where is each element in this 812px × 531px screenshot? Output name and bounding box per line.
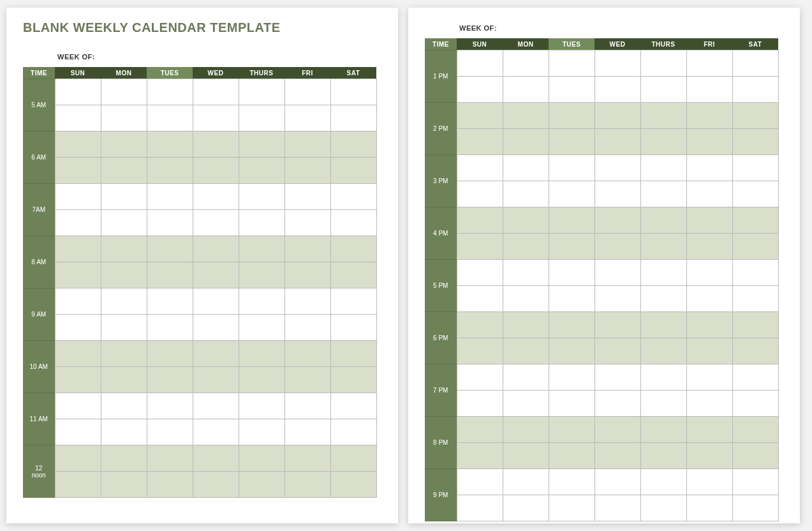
calendar-cell[interactable]	[640, 155, 686, 181]
calendar-cell[interactable]	[239, 288, 284, 315]
calendar-cell[interactable]	[732, 443, 778, 469]
calendar-cell[interactable]	[503, 77, 549, 103]
calendar-cell[interactable]	[193, 184, 239, 210]
calendar-cell[interactable]	[193, 262, 239, 288]
calendar-cell[interactable]	[239, 79, 284, 105]
calendar-cell[interactable]	[55, 315, 101, 341]
calendar-cell[interactable]	[457, 312, 503, 338]
calendar-cell[interactable]	[284, 210, 330, 236]
calendar-cell[interactable]	[330, 393, 376, 419]
calendar-cell[interactable]	[549, 77, 594, 103]
calendar-cell[interactable]	[330, 210, 376, 236]
calendar-cell[interactable]	[686, 181, 732, 207]
calendar-cell[interactable]	[457, 234, 503, 260]
calendar-cell[interactable]	[732, 155, 778, 181]
calendar-cell[interactable]	[330, 184, 376, 210]
calendar-cell[interactable]	[330, 236, 376, 262]
calendar-cell[interactable]	[594, 286, 640, 312]
calendar-cell[interactable]	[193, 367, 239, 393]
calendar-cell[interactable]	[594, 338, 640, 364]
calendar-cell[interactable]	[549, 234, 594, 260]
calendar-cell[interactable]	[284, 262, 330, 288]
calendar-cell[interactable]	[686, 391, 732, 417]
calendar-cell[interactable]	[549, 129, 594, 155]
calendar-cell[interactable]	[549, 286, 594, 312]
calendar-cell[interactable]	[732, 495, 778, 521]
calendar-cell[interactable]	[147, 79, 193, 105]
calendar-cell[interactable]	[284, 158, 330, 184]
calendar-cell[interactable]	[640, 364, 686, 391]
calendar-cell[interactable]	[193, 393, 239, 419]
calendar-cell[interactable]	[732, 469, 778, 495]
calendar-cell[interactable]	[503, 286, 549, 312]
calendar-cell[interactable]	[330, 131, 376, 158]
calendar-cell[interactable]	[193, 419, 239, 445]
calendar-cell[interactable]	[101, 445, 147, 472]
calendar-cell[interactable]	[101, 105, 147, 131]
calendar-cell[interactable]	[686, 155, 732, 181]
calendar-cell[interactable]	[732, 286, 778, 312]
calendar-cell[interactable]	[686, 364, 732, 391]
calendar-cell[interactable]	[284, 367, 330, 393]
calendar-cell[interactable]	[147, 419, 193, 445]
calendar-cell[interactable]	[640, 207, 686, 234]
calendar-cell[interactable]	[457, 207, 503, 234]
calendar-cell[interactable]	[503, 234, 549, 260]
calendar-cell[interactable]	[284, 236, 330, 262]
calendar-cell[interactable]	[732, 129, 778, 155]
calendar-cell[interactable]	[239, 419, 284, 445]
calendar-cell[interactable]	[193, 288, 239, 315]
calendar-cell[interactable]	[549, 417, 594, 443]
calendar-cell[interactable]	[640, 443, 686, 469]
calendar-cell[interactable]	[101, 236, 147, 262]
calendar-cell[interactable]	[457, 77, 503, 103]
calendar-cell[interactable]	[640, 495, 686, 521]
calendar-cell[interactable]	[239, 367, 284, 393]
calendar-cell[interactable]	[549, 391, 594, 417]
calendar-cell[interactable]	[55, 367, 101, 393]
calendar-cell[interactable]	[640, 181, 686, 207]
calendar-cell[interactable]	[549, 155, 594, 181]
calendar-cell[interactable]	[503, 155, 549, 181]
calendar-cell[interactable]	[640, 260, 686, 286]
calendar-cell[interactable]	[193, 131, 239, 158]
calendar-cell[interactable]	[239, 158, 284, 184]
calendar-cell[interactable]	[732, 50, 778, 77]
calendar-cell[interactable]	[594, 417, 640, 443]
calendar-cell[interactable]	[457, 469, 503, 495]
calendar-cell[interactable]	[640, 312, 686, 338]
calendar-cell[interactable]	[594, 443, 640, 469]
calendar-cell[interactable]	[549, 207, 594, 234]
calendar-cell[interactable]	[732, 181, 778, 207]
calendar-cell[interactable]	[147, 131, 193, 158]
calendar-cell[interactable]	[594, 155, 640, 181]
calendar-cell[interactable]	[55, 184, 101, 210]
calendar-cell[interactable]	[503, 364, 549, 391]
calendar-cell[interactable]	[640, 234, 686, 260]
calendar-cell[interactable]	[284, 393, 330, 419]
calendar-cell[interactable]	[457, 417, 503, 443]
calendar-cell[interactable]	[457, 129, 503, 155]
calendar-cell[interactable]	[594, 129, 640, 155]
calendar-cell[interactable]	[147, 472, 193, 498]
calendar-cell[interactable]	[686, 207, 732, 234]
calendar-cell[interactable]	[457, 155, 503, 181]
calendar-cell[interactable]	[640, 50, 686, 77]
calendar-cell[interactable]	[193, 79, 239, 105]
calendar-cell[interactable]	[193, 210, 239, 236]
calendar-cell[interactable]	[594, 234, 640, 260]
calendar-cell[interactable]	[101, 419, 147, 445]
calendar-cell[interactable]	[330, 341, 376, 367]
calendar-cell[interactable]	[147, 445, 193, 472]
calendar-cell[interactable]	[55, 341, 101, 367]
calendar-cell[interactable]	[330, 288, 376, 315]
calendar-cell[interactable]	[503, 129, 549, 155]
calendar-cell[interactable]	[732, 364, 778, 391]
calendar-cell[interactable]	[640, 103, 686, 129]
calendar-cell[interactable]	[457, 286, 503, 312]
calendar-cell[interactable]	[284, 288, 330, 315]
calendar-cell[interactable]	[239, 393, 284, 419]
calendar-cell[interactable]	[55, 210, 101, 236]
calendar-cell[interactable]	[147, 236, 193, 262]
calendar-cell[interactable]	[330, 315, 376, 341]
